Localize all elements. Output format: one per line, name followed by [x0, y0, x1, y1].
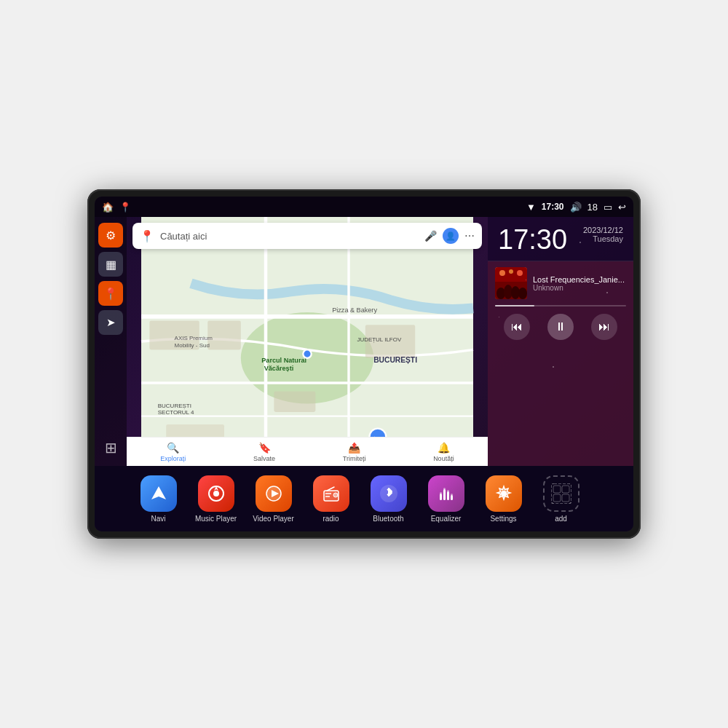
- wifi-icon: ▼: [526, 202, 536, 213]
- screen: 🏠 📍 ▼ 17:30 🔊 18 ▭ ↩: [95, 197, 633, 531]
- status-time: 17:30: [542, 202, 564, 212]
- app-radio[interactable]: radio: [304, 475, 358, 523]
- menu-icon: ▦: [106, 258, 116, 272]
- saved-label: Salvate: [253, 455, 275, 462]
- sidebar-menu-button[interactable]: ▦: [98, 252, 123, 277]
- music-progress-bar[interactable]: [495, 305, 626, 306]
- share-icon: 📤: [348, 442, 360, 454]
- news-label: Noutăți: [433, 455, 454, 462]
- saved-icon: 🔖: [258, 442, 271, 454]
- svg-rect-48: [447, 491, 449, 500]
- app-equalizer[interactable]: Equalizer: [419, 475, 473, 523]
- main-content: ⚙ ▦ 📍 ➤ ⊞: [95, 217, 633, 466]
- svg-rect-51: [451, 494, 453, 496]
- svg-rect-44: [440, 494, 442, 500]
- arrow-icon: ➤: [106, 316, 116, 329]
- clock-date-year: 2023/12/12: [583, 226, 623, 234]
- clock-date-day: Tuesday: [583, 234, 623, 243]
- svg-rect-53: [551, 483, 571, 504]
- map-container: AXIS Premium Mobility - Sud Pizza & Bake…: [127, 217, 488, 466]
- equalizer-label: Equalizer: [431, 515, 462, 523]
- navi-label: Navi: [151, 515, 165, 523]
- app-bluetooth[interactable]: Bluetooth: [361, 475, 416, 523]
- pause-button[interactable]: ⏸: [547, 314, 574, 340]
- prev-button[interactable]: ⏮: [504, 314, 530, 340]
- svg-point-33: [517, 270, 523, 276]
- music-progress-fill: [495, 305, 534, 306]
- svg-point-36: [213, 491, 219, 496]
- music-album-art: [495, 267, 527, 299]
- explore-label: Explorați: [160, 455, 186, 462]
- sidebar-map-button[interactable]: 📍: [98, 281, 123, 306]
- map-svg: AXIS Premium Mobility - Sud Pizza & Bake…: [127, 217, 488, 466]
- map-nav-news[interactable]: 🔔 Noutăți: [433, 442, 454, 462]
- svg-text:Văcărești: Văcărești: [264, 365, 294, 372]
- maps-icon[interactable]: 📍: [119, 202, 131, 213]
- left-sidebar: ⚙ ▦ 📍 ➤ ⊞: [95, 217, 127, 466]
- music-player-icon-bg: [198, 475, 234, 512]
- next-button[interactable]: ⏭: [591, 314, 617, 340]
- app-dock: Navi Music Player: [95, 466, 633, 531]
- back-icon[interactable]: ↩: [618, 202, 626, 213]
- app-music-player[interactable]: Music Player: [189, 475, 243, 523]
- prev-icon: ⏮: [511, 320, 523, 333]
- gear-icon: ⚙: [106, 229, 116, 242]
- music-player-label: Music Player: [195, 515, 237, 523]
- app-add[interactable]: add: [534, 475, 588, 523]
- music-widget: Lost Frequencies_Janie... Unknown ⏮ ⏸: [488, 261, 633, 466]
- mic-icon[interactable]: 🎤: [424, 230, 437, 242]
- svg-rect-46: [443, 489, 446, 500]
- equalizer-icon-bg: [428, 475, 464, 512]
- music-controls: ⏮ ⏸ ⏭: [495, 314, 626, 340]
- navi-icon-bg: [141, 475, 177, 512]
- svg-rect-54: [553, 486, 561, 493]
- svg-rect-57: [562, 494, 569, 502]
- svg-text:Mobility - Sud: Mobility - Sud: [175, 342, 210, 349]
- app-video-player[interactable]: Video Player: [246, 475, 301, 523]
- svg-rect-45: [440, 492, 442, 494]
- add-icon-bg: [543, 475, 579, 512]
- radio-icon-bg: [313, 475, 349, 512]
- user-avatar-icon: 👤: [446, 232, 456, 241]
- svg-point-31: [499, 270, 505, 276]
- sidebar-settings-button[interactable]: ⚙: [98, 223, 123, 248]
- settings-label: Settings: [490, 515, 516, 523]
- map-nav-saved[interactable]: 🔖 Salvate: [253, 442, 275, 462]
- svg-rect-8: [207, 321, 241, 350]
- svg-text:BUCUREȘTI: BUCUREȘTI: [158, 403, 191, 409]
- radio-label: radio: [323, 515, 339, 523]
- music-info: Lost Frequencies_Janie... Unknown: [533, 275, 626, 292]
- map-search-placeholder: Căutați aici: [160, 231, 419, 242]
- music-title: Lost Frequencies_Janie...: [533, 275, 626, 284]
- battery-level: 18: [587, 202, 598, 213]
- car-head-unit: 🏠 📍 ▼ 17:30 🔊 18 ▭ ↩: [87, 189, 641, 539]
- map-nav-explore[interactable]: 🔍 Explorați: [160, 442, 186, 462]
- svg-point-40: [333, 493, 338, 497]
- volume-icon: 🔊: [570, 202, 582, 213]
- share-label: Trimiteți: [343, 455, 366, 462]
- home-icon[interactable]: 🏠: [102, 202, 114, 213]
- clock-time: 17:30: [498, 226, 567, 253]
- svg-point-30: [518, 288, 527, 299]
- sidebar-apps-button[interactable]: ⊞: [98, 435, 123, 460]
- svg-point-32: [509, 269, 513, 274]
- svg-text:JUDEȚUL ILFOV: JUDEȚUL ILFOV: [357, 336, 401, 343]
- music-artist: Unknown: [533, 284, 626, 292]
- map-nav-share[interactable]: 📤 Trimiteți: [343, 442, 366, 462]
- svg-marker-34: [151, 486, 166, 499]
- svg-rect-56: [553, 494, 561, 502]
- user-avatar[interactable]: 👤: [443, 228, 459, 244]
- video-player-label: Video Player: [253, 515, 294, 523]
- sidebar-navi-button[interactable]: ➤: [98, 310, 123, 335]
- app-navi[interactable]: Navi: [131, 475, 186, 523]
- svg-text:SECTORUL 4: SECTORUL 4: [158, 409, 194, 416]
- map-bottom-nav: 🔍 Explorați 🔖 Salvate 📤 Trimiteți �: [127, 437, 488, 466]
- news-icon: 🔔: [438, 442, 450, 454]
- map-settings-icon[interactable]: ⋯: [464, 230, 475, 242]
- app-settings[interactable]: Settings: [476, 475, 531, 523]
- clock-widget: 17:30 2023/12/12 Tuesday: [488, 217, 633, 261]
- explore-icon: 🔍: [167, 442, 179, 454]
- map-search-bar[interactable]: 📍 Căutați aici 🎤 👤 ⋯: [132, 223, 482, 249]
- next-icon: ⏭: [598, 320, 610, 333]
- map-area[interactable]: AXIS Premium Mobility - Sud Pizza & Bake…: [127, 217, 488, 466]
